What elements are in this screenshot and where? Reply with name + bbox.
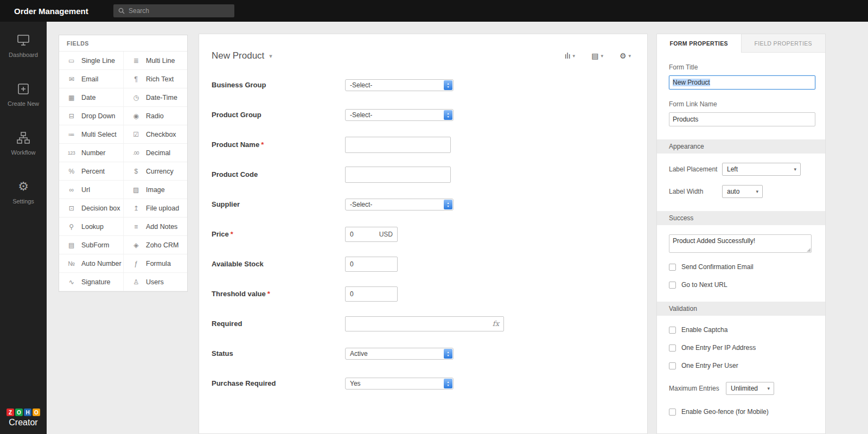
field-type-email[interactable]: ✉Email [59, 70, 123, 88]
field-type-drop-down[interactable]: ⊟Drop Down [59, 107, 123, 125]
threshold-value-input[interactable]: 0 [345, 286, 398, 302]
form-link-name-input[interactable]: Products [669, 112, 815, 126]
signature-icon: ∿ [66, 278, 76, 286]
product-name-input[interactable] [345, 137, 451, 153]
sidebar-item-dashboard[interactable]: Dashboard [9, 34, 38, 67]
canvas-header: New Product ▾ ılı ▤ ⚙ [199, 42, 647, 70]
field-type-file-upload[interactable]: ↥File upload [123, 199, 187, 218]
field-type-percent[interactable]: %Percent [59, 162, 123, 181]
field-label: Purchase Required [212, 379, 345, 387]
product-code-input[interactable] [345, 167, 451, 183]
chevron-down-icon: ▾ [756, 189, 758, 194]
properties-tabs: FORM PROPERTIES FIELD PROPERTIES [657, 34, 825, 53]
one-entry-per-user-checkbox[interactable] [669, 362, 676, 369]
sidebar-item-workflow[interactable]: Workflow [11, 131, 35, 165]
canvas-toolbar: ılı ▤ ⚙ [565, 52, 631, 60]
field-label: Status [212, 349, 345, 358]
field-type-multi-line[interactable]: ≣Multi Line [123, 52, 187, 70]
rich-text-icon: ¶ [131, 75, 141, 83]
form-row-product-code: Product Code [212, 159, 647, 189]
one-entry-per-ip-checkbox[interactable] [669, 344, 676, 352]
tab-form-properties[interactable]: FORM PROPERTIES [657, 34, 741, 53]
one-entry-per-user-row: One Entry Per User [669, 362, 825, 369]
business-group-select[interactable]: -Select- [345, 79, 454, 91]
form-canvas-title: New Product [212, 50, 264, 61]
file-upload-icon: ↥ [131, 205, 141, 212]
reports-chart-icon[interactable]: ılı [565, 52, 575, 60]
maximum-entries-select[interactable]: Unlimited▾ [726, 382, 774, 395]
form-row-available-stock: Available Stock 0 [212, 249, 647, 279]
add-notes-icon: ≡ [131, 223, 141, 231]
app-title: Order Management [14, 7, 88, 16]
number-icon: 123 [66, 150, 76, 156]
field-label: Supplier [212, 200, 345, 208]
field-type-radio[interactable]: ◉Radio [123, 107, 187, 125]
field-type-rich-text[interactable]: ¶Rich Text [123, 70, 187, 88]
field-label: Threshold value* [212, 290, 345, 298]
auto-number-icon: № [66, 260, 76, 267]
field-label: Product Group [212, 111, 345, 119]
form-row-business-group: Business Group -Select- [212, 70, 647, 100]
topbar: Order Management Search [0, 0, 868, 22]
form-settings-gear-icon[interactable]: ⚙ [620, 52, 631, 60]
form-row-required: Required fx [212, 309, 647, 339]
select-stepper-icon [444, 110, 452, 120]
resize-grip-icon[interactable] [807, 248, 810, 252]
purchase-required-select[interactable]: Yes [345, 378, 454, 390]
field-type-lookup[interactable]: ⚲Lookup [59, 218, 123, 236]
layout-icon[interactable]: ▤ [591, 52, 603, 60]
label-placement-select[interactable]: Left▾ [722, 163, 801, 176]
fields-panel-header: FIELDS [59, 35, 187, 52]
formula-icon: ƒ [131, 260, 141, 267]
status-select[interactable]: Active [345, 348, 454, 360]
form-row-supplier: Supplier -Select- [212, 189, 647, 219]
properties-panel: FORM PROPERTIES FIELD PROPERTIES Form Ti… [656, 34, 826, 434]
search-placeholder: Search [129, 7, 149, 15]
field-type-signature[interactable]: ∿Signature [59, 273, 123, 291]
drop-down-icon: ⊟ [66, 112, 76, 120]
form-title-input[interactable]: New Product [669, 75, 815, 90]
field-type-date[interactable]: ▦Date [59, 88, 123, 107]
form-row-purchase-required: Purchase Required Yes [212, 368, 647, 398]
sidebar-item-create-new[interactable]: Create New [8, 82, 39, 116]
zoho-crm-icon: ◈ [131, 241, 141, 249]
sidebar-item-settings[interactable]: ⚙ Settings [12, 180, 34, 214]
label-width-select[interactable]: auto▾ [722, 185, 763, 198]
enable-geo-fence-checkbox[interactable] [669, 409, 676, 416]
field-type-subform[interactable]: ▤SubForm [59, 236, 123, 254]
required-formula-input[interactable]: fx [345, 316, 504, 331]
form-row-status: Status Active [212, 339, 647, 368]
supplier-select[interactable]: -Select- [345, 199, 454, 210]
form-title-label: Form Title [669, 63, 825, 71]
enable-captcha-checkbox[interactable] [669, 327, 676, 334]
field-type-decision-box[interactable]: ⊡Decision box [59, 199, 123, 218]
field-type-add-notes[interactable]: ≡Add Notes [123, 218, 187, 236]
image-icon: ▨ [131, 186, 141, 194]
tab-field-properties[interactable]: FIELD PROPERTIES [741, 34, 826, 53]
go-to-next-url-checkbox[interactable] [669, 282, 676, 289]
form-link-name-label: Form Link Name [669, 100, 825, 108]
single-line-icon: ▭ [66, 57, 76, 65]
send-confirmation-email-checkbox[interactable] [669, 264, 676, 271]
field-type-single-line[interactable]: ▭Single Line [59, 52, 123, 70]
price-input[interactable]: 0USD [345, 227, 398, 242]
field-type-date-time[interactable]: ◷Date-Time [123, 88, 187, 107]
multi-select-icon: ≔ [66, 131, 76, 138]
field-type-zoho-crm[interactable]: ◈Zoho CRM [123, 236, 187, 254]
form-title-dropdown-icon[interactable]: ▾ [269, 53, 272, 60]
field-type-number[interactable]: 123Number [59, 144, 123, 162]
field-type-auto-number[interactable]: №Auto Number [59, 254, 123, 273]
field-type-formula[interactable]: ƒFormula [123, 254, 187, 273]
available-stock-input[interactable]: 0 [345, 257, 398, 272]
field-type-url[interactable]: ∞Url [59, 181, 123, 199]
field-type-decimal[interactable]: .00Decimal [123, 144, 187, 162]
search-input[interactable]: Search [113, 4, 234, 17]
maximum-entries-label: Maximum Entries [669, 385, 726, 392]
success-message-textarea[interactable]: Product Added Successfully! [669, 234, 812, 253]
field-type-checkbox[interactable]: ☑Checkbox [123, 125, 187, 144]
field-type-currency[interactable]: $Currency [123, 162, 187, 181]
field-type-image[interactable]: ▨Image [123, 181, 187, 199]
field-type-users[interactable]: ♙Users [123, 273, 187, 291]
product-group-select[interactable]: -Select- [345, 109, 454, 121]
field-type-multi-select[interactable]: ≔Multi Select [59, 125, 123, 144]
